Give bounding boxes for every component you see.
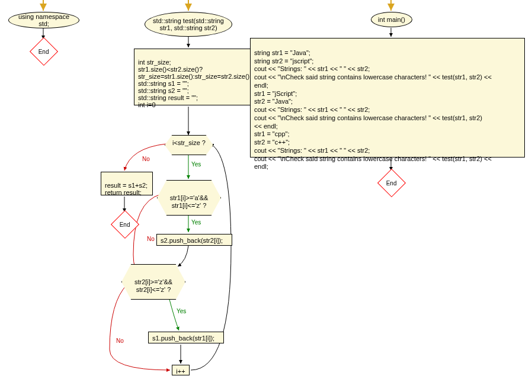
- end-diamond-3: End: [377, 169, 406, 197]
- cond-str1-diamond: str1[i]>='a'&& str1[i]<='z' ?: [157, 180, 221, 216]
- push-s1-text: s1.push_back(str1[i]);: [152, 335, 214, 342]
- push-s1-block: s1.push_back(str1[i]);: [148, 332, 224, 343]
- yes-2: Yes: [191, 219, 201, 226]
- cond-str2-text: str2[i]>='z'&& str2[i]<='z' ?: [134, 278, 172, 293]
- no-3: No: [116, 338, 124, 344]
- namespace-node: using namespace std;: [8, 12, 79, 28]
- main-func-node: int main(): [371, 12, 412, 27]
- namespace-text: using namespace std;: [12, 13, 75, 27]
- no-2: No: [147, 236, 155, 242]
- yes-1: Yes: [191, 161, 201, 168]
- result-block: result = s1+s2; return result;: [101, 172, 153, 195]
- increment-text: i++: [176, 368, 185, 375]
- end-diamond-2: End: [111, 210, 139, 239]
- increment-block: i++: [172, 365, 190, 375]
- cond-str1-text: str1[i]>='a'&& str1[i]<='z' ?: [170, 194, 209, 209]
- main-body-text: string str1 = "Java"; string str2 = "jsc…: [254, 49, 492, 171]
- cond-loop-text: i<str_size ?: [172, 139, 206, 146]
- push-s2-block: s2.push_back(str2[i]);: [156, 234, 232, 246]
- end-text-1: End: [39, 48, 49, 54]
- yes-3: Yes: [177, 308, 186, 314]
- cond-str2-diamond: str2[i]>='z'&& str2[i]<='z' ?: [121, 264, 185, 300]
- push-s2-text: s2.push_back(str2[i]);: [161, 237, 223, 244]
- end-text-2: End: [120, 221, 130, 227]
- end-diamond-1: End: [30, 37, 58, 66]
- no-1: No: [142, 156, 150, 162]
- main-body-block: string str1 = "Java"; string str2 = "jsc…: [250, 38, 525, 158]
- init-block: int str_size; str1.size()<str2.size()? s…: [134, 49, 262, 105]
- end-text-3: End: [386, 179, 397, 186]
- test-func-node: std::string test(std::string str1, std::…: [145, 12, 232, 37]
- cond-loop-diamond: i<str_size ?: [165, 135, 213, 155]
- test-func-text: std::string test(std::string str1, std::…: [153, 17, 224, 31]
- init-text: int str_size; str1.size()<str2.size()? s…: [138, 59, 251, 108]
- result-text: result = s1+s2; return result;: [105, 182, 148, 196]
- main-func-text: int main(): [378, 16, 405, 23]
